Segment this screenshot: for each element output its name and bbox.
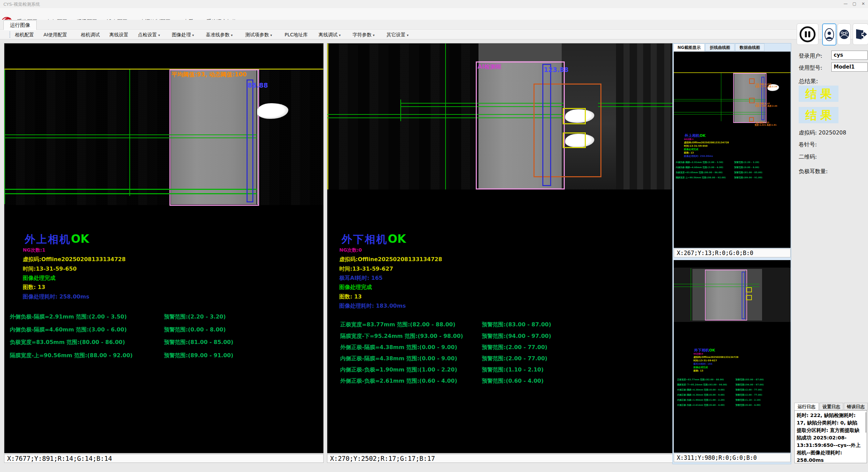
tool-baseline-params[interactable]: 基准线参数 xyxy=(206,32,233,38)
defect-annotation: 飞边 面积:1.57宽度:0.885 高度:2.44 xyxy=(755,102,777,107)
upper-thumb-pixel-status: X:267;Y:13;R:0;G:0;B:0 xyxy=(674,249,791,257)
measure-line-green xyxy=(674,114,765,114)
measurement-row-mini: 隔膜宽度-下=95.24mm 范围:(93.00 - 98.00) xyxy=(677,383,727,386)
tab-detect-box-yellow xyxy=(746,295,752,300)
defect-box-orange xyxy=(749,98,755,103)
process-done-mini: 图像处理完成 xyxy=(693,366,708,369)
ng-thumbnail-lower[interactable]: 外下相机OK NG次数:0 虚拟码:Offline202502081331347… xyxy=(674,260,791,453)
warn-range-mini: 预警范围:(0.60 - 4.00) xyxy=(736,404,761,407)
tab-run-log[interactable]: 运行日志 xyxy=(794,403,819,410)
image-count-mini: 图数: 13 xyxy=(693,369,703,373)
chevron-down-icon xyxy=(269,32,272,37)
edge-value-annotation: 85.88 xyxy=(248,81,268,89)
tab-line-curve[interactable]: 折线曲线图 xyxy=(705,43,735,51)
camera-title: 外上相机OK xyxy=(25,232,89,247)
process-done-mini: 图像处理完成 xyxy=(684,148,698,151)
warn-range-mini: 预警范围:(1.10 - 2.10) xyxy=(736,399,761,402)
tab-ng-screenshot[interactable]: NG截图显示 xyxy=(673,43,705,51)
lower-thumb-pixel-status: X:311;Y:980;R:0;G:0;B:0 xyxy=(674,453,791,462)
tab-error-log[interactable]: 错误日志 xyxy=(844,403,868,410)
lower-camera-view[interactable]: AI检测框 123.88 外下相机OK NG次数:0 虚拟码:Offline20… xyxy=(327,43,673,453)
measurement-row-mini: 隔膜宽度-上=90.56mm 范围:(88.00 - 92.00) xyxy=(676,176,726,179)
tab-data-curve[interactable]: 数据曲线图 xyxy=(735,43,764,51)
tab-settings-log[interactable]: 设置日志 xyxy=(819,403,843,410)
tab-detect-box-yellow xyxy=(563,132,586,148)
tool-camera-debug[interactable]: 相机调试 xyxy=(81,32,100,38)
users-button[interactable] xyxy=(837,23,851,45)
ai-cost-mini: 极耳AI耗时: 165 xyxy=(693,362,712,366)
guide-line-yellow xyxy=(4,69,324,70)
camera-image-background xyxy=(327,43,478,189)
camera-title-mini: 外上相机OK xyxy=(685,133,706,138)
tool-offline-setting[interactable]: 离线设置 xyxy=(109,32,128,38)
tool-test-params[interactable]: 测试项参数 xyxy=(245,32,272,38)
log-scrollbar[interactable] xyxy=(865,412,867,433)
chevron-down-icon xyxy=(405,32,409,37)
image-count-mini: 图数: 13 xyxy=(684,151,694,155)
tool-image-process[interactable]: 图像处理 xyxy=(172,32,194,38)
minimize-icon[interactable]: — xyxy=(842,1,850,7)
ng-count: NG次数:0 xyxy=(339,247,362,253)
toolbar: 相机配置 AI使用配置 相机调试 离线设置 点检设置 图像处理 基准线参数 测试… xyxy=(0,30,868,39)
result-badge-lower: 结果 xyxy=(799,107,838,123)
measurement-row-mini: 外侧负极-隔膜=2.91mm 范围:(2.00 - 3.50) xyxy=(676,161,723,164)
warn-range: 预警范围:(2.00 - 77.00) xyxy=(482,355,547,362)
measurement-row: 隔膜宽度-上=90.56mm 范围:(88.00 - 92.00) xyxy=(10,352,133,359)
close-icon[interactable]: ✕ xyxy=(859,1,867,7)
time-stamp: 时间:13-31-59-627 xyxy=(339,266,393,273)
window-title: CYS-视觉检测系统 xyxy=(3,1,40,7)
chevron-down-icon xyxy=(338,32,341,37)
tool-camera-config[interactable]: 相机配置 xyxy=(15,32,34,38)
strip-top-shade xyxy=(478,43,562,61)
tab-run-image[interactable]: 运行图像 xyxy=(3,20,37,30)
measurement-row-mini: 外侧正极-隔膜=4.38mm 范围:(0.00 - 9.00) xyxy=(677,388,725,392)
chevron-down-icon xyxy=(191,32,194,37)
time-stamp-mini: 时间:13-31-59-650 xyxy=(684,144,707,148)
result-ok-text: OK xyxy=(388,232,406,246)
edge-detect-box-blue xyxy=(542,64,551,186)
user-icon xyxy=(824,28,834,41)
toolbar-grip xyxy=(10,32,10,38)
measure-line-green xyxy=(4,134,257,135)
tool-char-params[interactable]: 字符参数 xyxy=(352,32,375,38)
threshold-annotation: 平均阈值:93, 动态阈值:100 xyxy=(171,71,247,78)
exit-button[interactable] xyxy=(853,23,868,45)
pause-icon xyxy=(799,25,816,43)
tool-plc-address[interactable]: PLC地址库 xyxy=(285,32,308,38)
run-log-text[interactable]: 耗时: 222, 缺陷检测耗时: 17, 缺陷分类耗时: 0, 缺陷提取分区耗时… xyxy=(794,410,867,463)
upper-camera-view[interactable]: 平均阈值:93, 动态阈值:100 85.88 外上相机OK NG次数:1 虚拟… xyxy=(4,43,324,453)
tool-offline-debug[interactable]: 离线调试 xyxy=(319,32,341,38)
time-stamp: 时间:13-31-59-650 xyxy=(23,266,77,273)
warn-range-mini: 预警范围:(2.00 - 77.00) xyxy=(736,394,762,397)
pause-button[interactable] xyxy=(797,23,818,45)
negative-tab-count-label: 负极耳数量: xyxy=(799,168,828,175)
tool-spot-check[interactable]: 点检设置 xyxy=(138,32,160,38)
camera-title-mini: 外下相机OK xyxy=(694,348,715,353)
strip-edge-highlight xyxy=(257,70,258,204)
process-done: 图像处理完成 xyxy=(339,284,372,291)
measurement-row: 隔膜宽度-下=95.24mm 范围:(93.00 - 98.00) xyxy=(340,333,463,340)
warn-range: 预警范围:(0.60 - 4.00) xyxy=(482,378,544,385)
model-field[interactable]: Model1 xyxy=(831,62,868,72)
login-user-field[interactable]: cys xyxy=(831,51,868,60)
edge-detect-box-blue xyxy=(742,272,745,319)
title-bar: CYS-视觉检测系统 — ▢ ✕ xyxy=(0,0,868,8)
ng-thumbnail-upper[interactable]: 飞边 面积:1.226宽度:1.775 高度:2.29 飞边 面积:1.57宽度… xyxy=(674,52,791,248)
user-button[interactable] xyxy=(822,23,836,46)
ng-count-mini: NG次数:0 xyxy=(693,352,703,356)
ai-cost: 极耳AI耗时: 165 xyxy=(339,275,383,282)
warn-range-mini: 预警范围:(2.20 - 3.20) xyxy=(734,161,759,164)
ai-box-annotation: AI检测框 xyxy=(477,63,501,71)
lower-camera-pixel-status: X:270;Y:2502;R:17;G:17;B:17 xyxy=(327,454,673,463)
measurement-row: 外侧负极-隔膜=2.91mm 范围:(2.00 - 3.50) xyxy=(10,313,127,321)
result-badge-upper: 结果 xyxy=(799,86,838,102)
view-tab-row: 运行图像 xyxy=(0,20,868,30)
tab-detect-box-yellow xyxy=(746,287,752,292)
login-user-label: 登录用户: xyxy=(799,53,822,60)
total-result-label: 总结果: xyxy=(799,77,818,85)
tool-ai-use-config[interactable]: AI使用配置 xyxy=(43,32,67,38)
maximize-icon[interactable]: ▢ xyxy=(850,1,858,7)
measure-line-green xyxy=(674,112,765,112)
result-ok-text: OK xyxy=(71,232,89,246)
tool-other-settings[interactable]: 其它设置 xyxy=(386,32,409,38)
